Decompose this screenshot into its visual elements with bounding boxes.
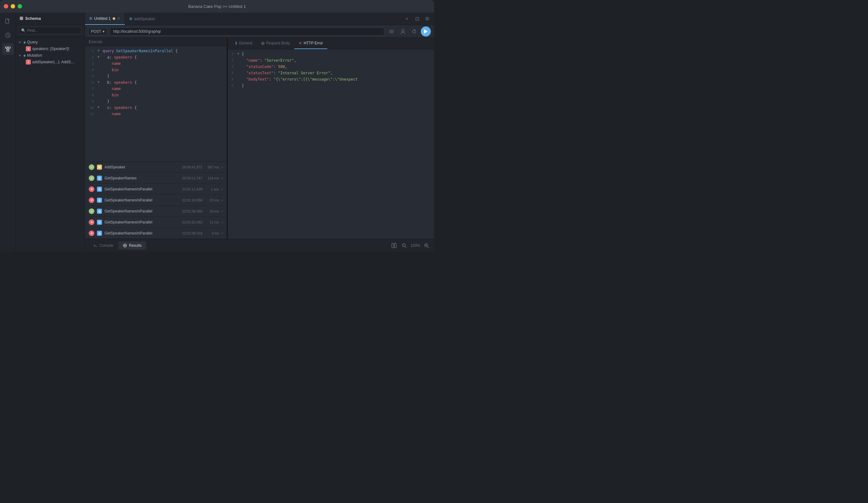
history-item-4[interactable]: ✓ Q GetSpeakerNamesInParallel 22:01:38.5… [85, 206, 227, 217]
auth-button[interactable] [398, 27, 407, 36]
line-content-10: c: speakers { [103, 105, 227, 110]
history-item-0[interactable]: ✓ M AddSpeaker 20:58:41.872 567 ms › [85, 162, 227, 173]
status-error-icon-6: ✕ [89, 230, 94, 236]
svg-rect-3 [8, 47, 10, 48]
activity-files-icon[interactable] [2, 16, 13, 27]
collapse-button[interactable] [390, 242, 398, 249]
code-editor[interactable]: 1 ▼ query GetSpeakerNamesInParallel { 2 … [85, 46, 227, 162]
url-input[interactable] [110, 27, 384, 35]
method-select[interactable]: POST ▾ [88, 28, 107, 35]
tab-modified-dot [113, 17, 115, 20]
tab-bar: ⊞ Untitled 1 ✕ ⊞ addSpeaker + ⊡ ⚙ [85, 13, 434, 25]
speakers-type-badge: ! [26, 46, 31, 51]
svg-rect-18 [394, 243, 396, 248]
zoom-in-button[interactable] [423, 242, 430, 249]
add-tab-button[interactable]: + [403, 14, 411, 23]
search-input[interactable] [19, 27, 82, 34]
history-item-3[interactable]: ✕ Q GetSpeakerNamesInParallel 22:01:18.8… [85, 195, 227, 206]
execute-bar[interactable]: Execute [85, 38, 227, 46]
tab-addSpeaker[interactable]: ⊞ addSpeaker [125, 13, 160, 25]
history-duration-2: 1 sec [205, 187, 219, 191]
svg-rect-2 [6, 47, 8, 48]
editor-result-split: Execute 1 ▼ query GetSpeakerNamesInParal… [85, 38, 227, 239]
resp-content-6: } [242, 83, 434, 88]
settings-button[interactable]: ⚙ [423, 14, 432, 23]
copy-tab-button[interactable]: ⊡ [413, 14, 421, 23]
code-line-5: 5 } [85, 74, 227, 80]
history-item-6[interactable]: ✕ Q GetSpeakerNamesInParallel 22:02:36.5… [85, 228, 227, 239]
history-duration-1: 124 ms [205, 176, 219, 180]
history-time-5: 22:01:52.092 [182, 220, 203, 224]
minimize-button[interactable] [11, 4, 15, 9]
history-time-0: 20:58:41.872 [182, 165, 203, 169]
activity-history-icon[interactable] [2, 30, 13, 41]
tab-untitled1[interactable]: ⊞ Untitled 1 ✕ [85, 13, 125, 25]
svg-rect-17 [392, 243, 394, 248]
sidebar-item-query[interactable]: ▼ ◈ Query [16, 39, 85, 45]
arrow-2: ▼ [97, 55, 103, 59]
zoom-out-button[interactable] [400, 242, 408, 249]
type-badge-2: Q [97, 187, 102, 192]
mutation-arrow-icon: ▼ [18, 54, 22, 57]
bottom-tabs: Console Results [89, 242, 389, 250]
refresh-button[interactable] [410, 27, 419, 36]
addSpeaker-type-badge: ! [26, 60, 31, 64]
method-chevron-icon: ▾ [103, 29, 104, 34]
activity-schema-icon[interactable] [2, 43, 13, 55]
line-content-8: bio [103, 93, 227, 97]
tab-http-error[interactable]: ✕ HTTP Error [294, 38, 327, 49]
svg-line-25 [427, 246, 428, 248]
history-item-2[interactable]: ✕ Q GetSpeakerNamesInParallel 22:01:11.8… [85, 184, 227, 195]
toolbar: POST ▾ [85, 25, 434, 38]
history-item-5[interactable]: ✕ Q GetSpeakerNamesInParallel 22:01:52.0… [85, 217, 227, 228]
tab-general[interactable]: ℹ General [231, 38, 257, 49]
results-tab[interactable]: Results [118, 242, 146, 250]
resp-content-5: "bodyText": "{\"errors\":[{\"message\":\… [242, 77, 434, 82]
resp-content-3: "statusCode": 500, [242, 64, 434, 69]
line-content-11: name [103, 112, 227, 116]
line-num-11: 11 [85, 112, 97, 116]
status-error-icon-2: ✕ [89, 186, 94, 192]
history-arrow-4: › [221, 209, 223, 213]
sidebar-tree: ▼ ◈ Query ! speakers: [Speaker!]! ▼ ◈ Mu… [16, 37, 85, 252]
maximize-button[interactable] [18, 4, 22, 9]
titlebar: Banana Cake Pop >> Untitled 1 [0, 0, 434, 13]
type-badge-6: Q [97, 231, 102, 236]
sidebar-item-addSpeaker[interactable]: ! addSpeaker(...): AddS... [16, 59, 85, 65]
line-num-2: 2 [85, 55, 97, 60]
code-line-6: 6 ▼ b: speakers { [85, 80, 227, 86]
line-content-6: b: speakers { [103, 80, 227, 85]
query-arrow-icon: ▼ [18, 41, 22, 44]
tab-http-error-label: HTTP Error [304, 41, 323, 45]
headers-button[interactable] [387, 27, 396, 36]
resp-line-2: 2 "name": "ServerError", [228, 58, 434, 64]
run-button[interactable] [421, 27, 431, 37]
history-time-6: 22:02:36.518 [182, 232, 203, 235]
activity-bar [0, 13, 16, 252]
type-badge-1: Q [97, 176, 102, 181]
history-duration-4: 10 ms [205, 209, 219, 213]
line-num-8: 8 [85, 93, 97, 97]
line-num-6: 6 [85, 80, 97, 85]
query-type-icon: ◈ [23, 40, 26, 44]
line-num-10: 10 [85, 105, 97, 110]
history-arrow-5: › [221, 220, 223, 224]
sidebar-item-mutation[interactable]: ▼ ◈ Mutation [16, 52, 85, 59]
resp-num-3: 3 [228, 64, 237, 69]
sidebar-item-speakers[interactable]: ! speakers: [Speaker!]! [16, 45, 85, 52]
resp-content-2: "name": "ServerError", [242, 58, 434, 63]
tab-request-body[interactable]: ◎ Request Body [257, 38, 294, 49]
close-button[interactable] [4, 4, 8, 9]
resp-line-4: 4 "statusText": "Internal Server Error", [228, 71, 434, 77]
sidebar: ⊞ Schema 🔍 ▼ ◈ Query ! speakers: [Speake… [16, 13, 85, 252]
tab-close-icon[interactable]: ✕ [117, 17, 120, 21]
status-error-icon-5: ✕ [89, 219, 94, 225]
console-tab[interactable]: Console [89, 242, 118, 250]
line-content-9: } [103, 99, 227, 104]
history-name-4: GetSpeakerNamesInParallel [104, 209, 180, 213]
history-name-2: GetSpeakerNamesInParallel [104, 187, 180, 191]
history-item-1[interactable]: ✓ Q GetSpeakerNames 20:59:11.767 124 ms … [85, 173, 227, 184]
code-line-2: 2 ▼ a: speakers { [85, 55, 227, 61]
split-view: Execute 1 ▼ query GetSpeakerNamesInParal… [85, 38, 434, 239]
editor-top: Execute 1 ▼ query GetSpeakerNamesInParal… [85, 38, 227, 162]
